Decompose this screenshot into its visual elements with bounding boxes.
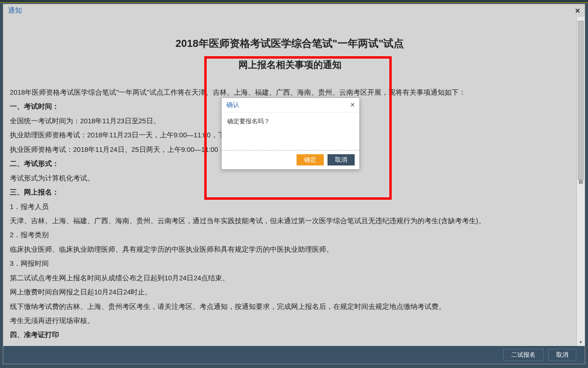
document-subtitle: 网上报名相关事项的通知 — [10, 59, 570, 71]
document-paragraph: 网上缴费时间自网报之日起10月24日24时止。 — [10, 285, 570, 299]
close-icon[interactable]: × — [350, 102, 355, 108]
close-icon[interactable]: × — [575, 8, 580, 14]
document-paragraph: 3．网报时间 — [10, 256, 570, 270]
document-paragraph: 2．报考类别 — [10, 228, 570, 242]
confirm-cancel-button[interactable]: 取消 — [327, 154, 355, 165]
notice-scroll-area: 2018年医师资格考试医学综合笔试"一年两试"试点 网上报名相关事项的通知 20… — [3, 17, 576, 346]
document-paragraph: 四、准考证打印 — [10, 328, 570, 342]
notice-cancel-button[interactable]: 取消 — [548, 349, 576, 361]
notice-modal-footer: 二试报名 取消 — [3, 346, 585, 364]
document-paragraph: 第二试试点考生网上报名时间从成绩公布之日起到10月24日24点结束。 — [10, 271, 570, 285]
confirm-dialog-titlebar: 确认 × — [222, 98, 359, 113]
confirm-dialog-footer: 确定 取消 — [222, 150, 359, 169]
document-paragraph: 考试形式为计算机化考试。 — [10, 171, 570, 185]
document-paragraph: 天津、吉林、上海、福建、广西、海南、贵州、云南考区，通过当年实践技能考试，但未通… — [10, 214, 570, 228]
notice-modal-title: 通知 — [8, 6, 22, 15]
second-exam-register-button[interactable]: 二试报名 — [503, 349, 543, 361]
document-paragraph: 临床执业医师、临床执业助理医师、具有规定学历的中医执业医师和具有规定学历的中医执… — [10, 242, 570, 256]
notice-modal: 通知 × 2018年医师资格考试医学综合笔试"一年两试"试点 网上报名相关事项的… — [3, 4, 585, 364]
notice-modal-titlebar: 通知 × — [3, 4, 585, 17]
confirm-ok-button[interactable]: 确定 — [297, 154, 324, 165]
document-paragraph: 考生无须再进行现场审核。 — [10, 314, 570, 328]
notice-modal-content: 2018年医师资格考试医学综合笔试"一年两试"试点 网上报名相关事项的通知 20… — [3, 17, 585, 346]
confirm-dialog-title: 确认 — [226, 101, 239, 109]
scrollbar-thumb[interactable] — [578, 21, 584, 180]
document-paragraph: 三、网上报名： — [10, 185, 570, 199]
document-title: 2018年医师资格考试医学综合笔试"一年两试"试点 — [10, 36, 570, 51]
document-paragraph: 1．报考人员 — [10, 200, 570, 214]
document-paragraph: 线下缴纳考试费的吉林、上海、贵州考区考生，请关注考区、考点通知，按通知要求，完成… — [10, 300, 570, 314]
scrollbar-mark-icon: ▤ — [576, 179, 585, 184]
confirm-dialog-message: 确定要报名吗？ — [222, 113, 359, 150]
vertical-scrollbar[interactable]: ▴ ▤ ▾ — [576, 17, 585, 346]
scroll-down-icon[interactable]: ▾ — [577, 338, 585, 346]
page-header-stub — [0, 0, 588, 3]
confirm-dialog: 确认 × 确定要报名吗？ 确定 取消 — [221, 98, 360, 170]
